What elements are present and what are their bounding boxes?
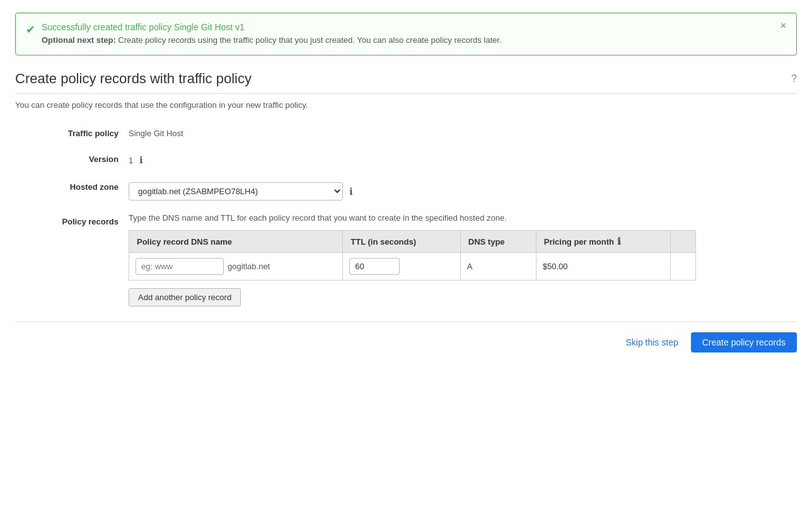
help-icon[interactable]: ? — [791, 73, 797, 84]
banner-body-text: Create policy records using the traffic … — [118, 35, 501, 45]
hosted-zone-value-container: gogitlab.net (ZSABMPEO78LH4) ℹ — [129, 178, 797, 201]
version-value: 1 — [129, 156, 133, 165]
table-header-row: Policy record DNS name TTL (in seconds) … — [129, 231, 696, 253]
col-header-dns-type: DNS type — [460, 231, 536, 253]
dns-prefix-input[interactable] — [136, 258, 224, 275]
policy-records-content: Type the DNS name and TTL for each polic… — [129, 213, 797, 306]
banner-content: Successfully created traffic policy Sing… — [42, 22, 502, 46]
banner-body: Optional next step: Create policy record… — [42, 35, 502, 46]
check-icon: ✔ — [26, 23, 35, 37]
ttl-cell — [343, 253, 461, 281]
skip-this-step-button[interactable]: Skip this step — [625, 337, 678, 347]
traffic-policy-row: Traffic policy Single Git Host — [15, 125, 797, 138]
action-row: Skip this step Create policy records — [15, 332, 797, 352]
traffic-policy-label: Traffic policy — [15, 125, 129, 138]
dns-type-cell: A — [460, 253, 536, 281]
version-label: Version — [15, 151, 129, 164]
version-info-icon[interactable]: ℹ — [139, 154, 143, 166]
dns-name-cell: gogitlab.net — [129, 253, 343, 281]
ttl-input[interactable] — [349, 258, 400, 275]
success-banner: ✔ Successfully created traffic policy Si… — [15, 13, 797, 55]
hosted-zone-info-icon[interactable]: ℹ — [349, 186, 353, 197]
hosted-zone-row: Hosted zone gogitlab.net (ZSABMPEO78LH4)… — [15, 178, 797, 201]
col-header-dns-name: Policy record DNS name — [129, 231, 343, 253]
version-row: Version 1 ℹ — [15, 151, 797, 166]
col-header-actions — [671, 231, 696, 253]
bottom-divider — [15, 322, 797, 322]
version-value-container: 1 ℹ — [129, 151, 797, 166]
row-action-cell — [671, 253, 696, 281]
hosted-zone-label: Hosted zone — [15, 178, 129, 192]
traffic-policy-value: Single Git Host — [129, 125, 797, 138]
page-description: You can create policy records that use t… — [15, 100, 797, 110]
col-header-pricing: Pricing per month ℹ — [536, 231, 670, 253]
create-policy-records-button[interactable]: Create policy records — [691, 332, 797, 352]
hosted-zone-select[interactable]: gogitlab.net (ZSABMPEO78LH4) — [129, 182, 343, 201]
banner-title: Successfully created traffic policy Sing… — [42, 22, 502, 32]
dns-suffix: gogitlab.net — [228, 262, 270, 271]
col-header-ttl: TTL (in seconds) — [343, 231, 461, 253]
pricing-cell: $50.00 — [536, 253, 670, 281]
page-title: Create policy records with traffic polic… — [15, 71, 252, 87]
pricing-info-icon[interactable]: ℹ — [617, 236, 621, 247]
table-row: gogitlab.net A $50.00 — [129, 253, 696, 281]
policy-records-table: Policy record DNS name TTL (in seconds) … — [129, 230, 696, 281]
banner-close-button[interactable]: × — [778, 20, 789, 32]
page-title-row: Create policy records with traffic polic… — [15, 71, 797, 94]
policy-records-label: Policy records — [15, 213, 129, 226]
add-another-policy-record-button[interactable]: Add another policy record — [129, 288, 241, 306]
banner-body-prefix: Optional next step: — [42, 35, 116, 45]
policy-records-row: Policy records Type the DNS name and TTL… — [15, 213, 797, 306]
policy-records-desc: Type the DNS name and TTL for each polic… — [129, 213, 797, 223]
